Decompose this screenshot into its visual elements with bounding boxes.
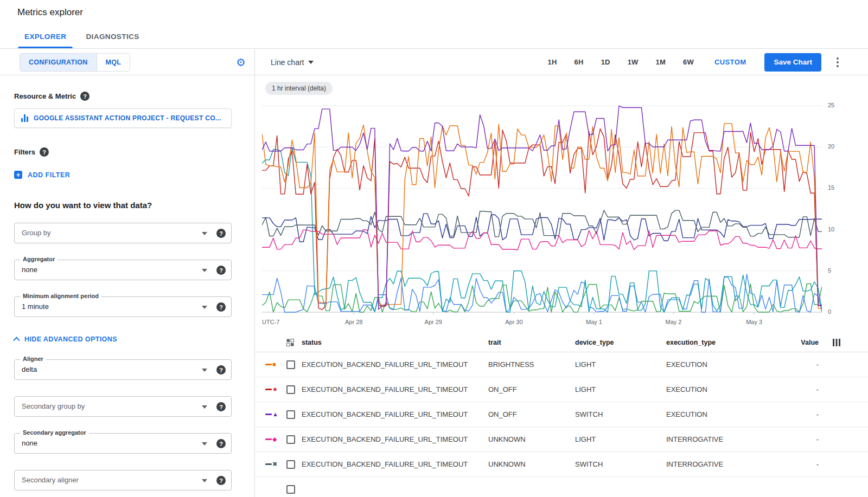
device-type-cell: LIGHT [575,360,666,369]
row-checkbox[interactable] [286,460,295,469]
aligner-select[interactable]: Aligner delta [14,359,232,380]
device-type-cell: SWITCH [575,410,666,418]
chevron-down-icon [202,232,207,235]
execution-type-cell: EXECUTION [666,360,796,369]
series-marker-icon: ■ [265,362,286,367]
secondary-group-by-select[interactable]: Secondary group by [14,396,232,417]
series-table: status trait device_type execution_type … [255,333,868,497]
row-checkbox[interactable] [286,485,295,494]
series-marker-icon: ★ [265,386,286,392]
time-range-custom[interactable]: CUSTOM [714,58,746,66]
group-by-select[interactable]: Group by [14,223,232,243]
tab-bar: EXPLORER DIAGNOSTICS [0,25,868,49]
device-type-cell: LIGHT [575,435,666,443]
column-device-type[interactable]: device_type [575,339,666,346]
app-header: Metrics explorer [0,0,868,25]
help-icon[interactable] [216,439,226,448]
help-icon[interactable] [216,402,226,411]
trait-cell: ON_OFF [488,410,575,418]
chevron-down-icon [202,442,207,446]
add-icon [14,171,22,179]
column-settings-icon[interactable] [833,339,840,346]
status-cell: EXECUTION_BACKEND_FAILURE_URL_TIMEOUT [302,360,488,369]
interval-chip: 1 hr interval (delta) [265,82,333,95]
column-value[interactable]: Value [796,339,819,346]
table-row: ■ EXECUTION_BACKEND_FAILURE_URL_TIMEOUT … [255,352,868,377]
min-alignment-period-select[interactable]: Minimum alignment period 1 minute [14,296,232,317]
execution-type-cell: EXECUTION [666,385,796,393]
column-status[interactable]: status [302,339,488,346]
time-range-1m[interactable]: 1M [656,58,666,66]
row-checkbox[interactable] [286,360,295,369]
time-range-6w[interactable]: 6W [683,58,694,66]
value-cell: - [796,460,819,468]
gear-icon[interactable]: ⚙ [236,57,246,68]
row-checkbox[interactable] [286,385,295,394]
configuration-button[interactable]: CONFIGURATION [20,54,97,71]
help-icon[interactable] [216,365,226,375]
value-cell: - [796,360,819,369]
device-type-cell: SWITCH [575,460,666,468]
trait-cell: UNKNOWN [488,435,575,443]
chevron-down-icon [202,269,207,272]
time-range-1d[interactable]: 1D [601,58,610,66]
chart-panel: Line chart 1H 6H 1D 1W 1M 6W CUSTOM Save… [255,49,868,497]
secondary-aligner-select[interactable]: Secondary aligner [14,470,232,490]
chevron-up-icon [13,337,20,344]
metric-selector-button[interactable]: GOOGLE ASSISTANT ACTION PROJECT - REQUES… [14,108,232,128]
table-row: ✖ EXECUTION_BACKEND_FAILURE_URL_TIMEOUT … [255,452,868,477]
table-row: ◆ EXECUTION_BACKEND_FAILURE_URL_TIMEOUT … [255,427,868,452]
help-icon[interactable] [40,147,49,157]
trait-cell: ON_OFF [488,385,575,393]
table-row: ★ EXECUTION_BACKEND_FAILURE_URL_TIMEOUT … [255,377,868,402]
chevron-down-icon [202,479,207,482]
chart-toolbar: Line chart 1H 6H 1D 1W 1M 6W CUSTOM Save… [255,49,868,75]
metrics-explorer-app: Metrics explorer EXPLORER DIAGNOSTICS CO… [0,0,868,497]
save-chart-button[interactable]: Save Chart [764,53,821,72]
time-range-1w[interactable]: 1W [628,58,639,66]
table-row-partial [255,477,868,497]
help-icon[interactable] [216,302,226,312]
add-filter-button[interactable]: ADD FILTER [14,171,240,179]
row-checkbox[interactable] [286,435,295,444]
column-execution-type[interactable]: execution_type [666,339,796,346]
table-header: status trait device_type execution_type … [255,333,868,352]
sidebar-toolbar: CONFIGURATION MQL ⚙ [0,49,254,75]
chevron-down-icon [202,306,207,309]
kebab-menu-icon[interactable] [834,55,841,69]
value-cell: - [796,410,819,418]
line-chart[interactable] [262,101,822,314]
metric-selector-label: GOOGLE ASSISTANT ACTION PROJECT - REQUES… [34,114,221,122]
filters-label: Filters [14,148,35,156]
help-icon[interactable] [80,92,90,101]
value-cell: - [796,435,819,443]
time-range-6h[interactable]: 6H [575,58,584,66]
row-checkbox[interactable] [286,410,295,419]
execution-type-cell: INTERROGATIVE [666,460,796,468]
mql-button[interactable]: MQL [97,54,130,71]
help-icon[interactable] [216,266,226,275]
value-cell: - [796,385,819,393]
configuration-sidebar: CONFIGURATION MQL ⚙ Resource & Metric GO… [0,49,255,497]
time-range-1h[interactable]: 1H [548,58,557,66]
bar-chart-icon [21,114,28,122]
help-icon[interactable] [216,229,226,238]
tab-explorer[interactable]: EXPLORER [15,25,76,48]
sidebar-body: Resource & Metric GOOGLE ASSISTANT ACTIO… [0,75,254,490]
hide-advanced-options-toggle[interactable]: HIDE ADVANCED OPTIONS [14,335,240,343]
secondary-aggregator-select[interactable]: Secondary aggregator none [14,433,232,454]
series-marker-icon: ◆ [265,436,286,442]
legend-grid-icon[interactable] [286,339,302,346]
chart-type-dropdown[interactable]: Line chart [271,58,314,67]
column-trait[interactable]: trait [488,339,575,346]
view-data-question: How do you want to view that data? [14,201,240,210]
help-icon[interactable] [216,476,226,485]
tab-diagnostics[interactable]: DIAGNOSTICS [76,25,149,48]
mode-toggle: CONFIGURATION MQL [20,53,130,72]
page-title: Metrics explorer [17,7,83,18]
device-type-cell: LIGHT [575,385,666,393]
aggregator-select[interactable]: Aggregator none [14,260,232,280]
series-marker-icon: ▲ [265,411,286,417]
chevron-down-icon [308,61,314,64]
trait-cell: UNKNOWN [488,460,575,468]
